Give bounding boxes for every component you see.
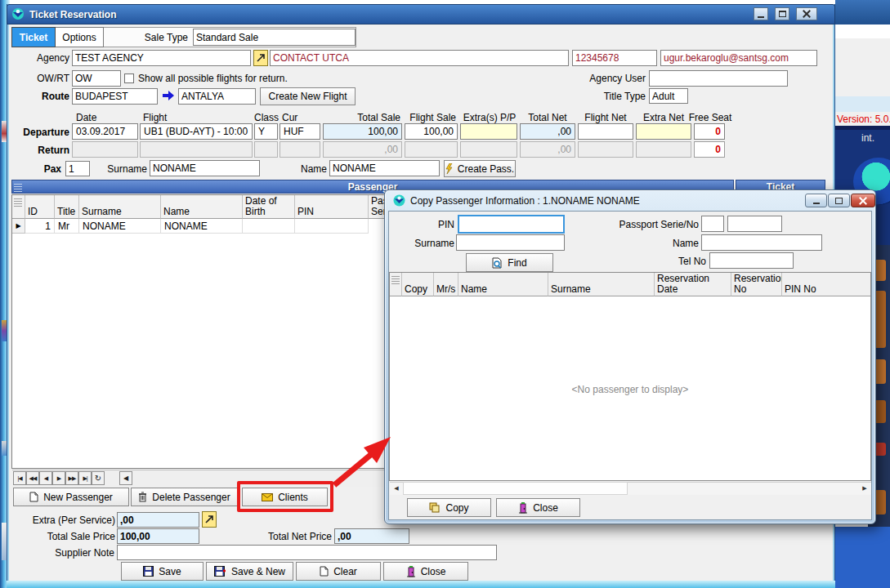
title-type-input[interactable] bbox=[649, 88, 688, 104]
agency-contact-field[interactable] bbox=[270, 50, 569, 66]
cell-pin[interactable] bbox=[295, 219, 369, 234]
header-dob[interactable]: Date of Birth bbox=[243, 195, 295, 219]
header-reservation-date[interactable]: Reservation Date bbox=[655, 273, 731, 296]
agency-input[interactable] bbox=[72, 50, 251, 66]
departure-extras-cell[interactable] bbox=[460, 123, 517, 140]
tab-options[interactable]: Options bbox=[56, 27, 104, 47]
maximize-button[interactable] bbox=[775, 7, 789, 20]
agency-code-field[interactable] bbox=[572, 50, 657, 66]
nav-prev-button[interactable]: ◀ bbox=[39, 471, 52, 485]
button-label: Close bbox=[421, 566, 446, 577]
create-new-flight-button[interactable]: Create New Flight bbox=[260, 87, 356, 105]
departure-total-sale-cell[interactable]: 100,00 bbox=[323, 123, 402, 140]
departure-flight-cell[interactable]: UB1 (BUD-AYT) - 10:00 bbox=[140, 123, 253, 140]
close-window-button[interactable]: Close bbox=[383, 562, 468, 581]
delete-passenger-button[interactable]: Delete Passenger bbox=[131, 488, 238, 506]
cell-surname[interactable]: NONAME bbox=[79, 219, 161, 234]
sale-type-input[interactable] bbox=[193, 29, 356, 46]
nav-prev-page-button[interactable]: ◀◀ bbox=[26, 471, 39, 485]
total-net-price-input[interactable] bbox=[334, 528, 409, 544]
return-row-label: Return bbox=[8, 145, 69, 156]
cell-title[interactable]: Mr bbox=[55, 219, 79, 234]
agency-lookup-button[interactable] bbox=[253, 50, 268, 66]
grip-icon[interactable] bbox=[391, 274, 400, 284]
agency-user-input[interactable] bbox=[649, 70, 788, 87]
header-name[interactable]: Name bbox=[458, 273, 548, 296]
tel-no-input[interactable] bbox=[709, 252, 794, 269]
agency-email-field[interactable] bbox=[660, 50, 817, 66]
button-label: Copy bbox=[445, 502, 468, 514]
return-flights-checkbox[interactable] bbox=[124, 74, 134, 83]
departure-flight-sale-cell[interactable]: 100,00 bbox=[405, 123, 458, 140]
tab-ticket[interactable]: Ticket bbox=[11, 27, 56, 47]
header-pin[interactable]: PIN bbox=[295, 195, 369, 219]
departure-date-cell[interactable]: 03.09.2017 bbox=[72, 123, 138, 140]
scroll-right-arrow[interactable]: ▶ bbox=[858, 482, 871, 495]
return-flight-cell bbox=[140, 141, 253, 158]
total-sale-price-input[interactable] bbox=[117, 528, 199, 544]
dialog-surname-input[interactable] bbox=[456, 234, 565, 251]
departure-flight-net-cell[interactable] bbox=[578, 123, 633, 140]
header-surname[interactable]: Surname bbox=[79, 195, 161, 219]
cell-dob[interactable] bbox=[243, 219, 295, 234]
header-surname[interactable]: Surname bbox=[548, 273, 655, 296]
dialog-close-button-bottom[interactable]: Close bbox=[496, 498, 580, 517]
minimize-button[interactable] bbox=[754, 7, 768, 20]
sale-type-label: Sale Type bbox=[123, 32, 188, 43]
header-pin-no[interactable]: PIN No bbox=[782, 273, 870, 296]
pin-input[interactable] bbox=[458, 215, 565, 234]
cell-id[interactable]: 1 bbox=[25, 219, 55, 234]
dialog-copy-button[interactable]: Copy bbox=[407, 498, 491, 517]
cell-name[interactable]: NONAME bbox=[161, 219, 243, 234]
dialog-maximize-button[interactable] bbox=[828, 194, 850, 207]
close-button[interactable] bbox=[796, 7, 817, 20]
departure-total-net-cell[interactable]: ,00 bbox=[520, 123, 575, 140]
header-name[interactable]: Name bbox=[161, 195, 243, 219]
save-icon bbox=[143, 566, 154, 577]
departure-class-cell[interactable]: Y bbox=[254, 123, 278, 140]
clear-button[interactable]: Clear bbox=[296, 562, 381, 581]
save-button[interactable]: Save bbox=[121, 562, 203, 581]
scroll-thumb[interactable] bbox=[403, 482, 628, 495]
passport-serie-input[interactable] bbox=[701, 216, 724, 232]
grip-icon[interactable] bbox=[14, 182, 22, 192]
header-mrs[interactable]: Mr/s bbox=[434, 273, 458, 296]
pax-name-input[interactable] bbox=[329, 160, 440, 176]
main-titlebar[interactable] bbox=[7, 4, 835, 24]
row-selector-cell[interactable]: ▶ bbox=[12, 219, 25, 234]
grid-scroll-left-button[interactable]: ◀ bbox=[119, 471, 132, 485]
create-pass-button[interactable]: Create Pass. bbox=[444, 160, 516, 177]
tab-label: Options bbox=[62, 32, 96, 43]
route-to-input[interactable] bbox=[178, 88, 256, 105]
dialog-close-button[interactable] bbox=[851, 194, 875, 207]
header-title[interactable]: Title bbox=[55, 195, 79, 219]
return-date-cell bbox=[72, 141, 138, 158]
pax-input[interactable] bbox=[65, 161, 90, 176]
new-passenger-button[interactable]: New Passenger bbox=[13, 488, 129, 506]
extra-per-service-input[interactable] bbox=[117, 512, 199, 528]
window-bottom-edge bbox=[7, 581, 835, 588]
save-and-new-button[interactable]: Save & New bbox=[206, 562, 293, 581]
nav-last-button[interactable]: ▶| bbox=[78, 471, 92, 485]
dialog-name-input[interactable] bbox=[701, 234, 822, 251]
nav-refresh-button[interactable]: ↻ bbox=[92, 471, 105, 485]
nav-first-button[interactable]: |◀ bbox=[13, 471, 26, 485]
find-button[interactable]: Find bbox=[466, 253, 553, 272]
grip-icon[interactable] bbox=[14, 197, 22, 207]
supplier-note-input[interactable] bbox=[117, 545, 497, 560]
header-copy[interactable]: Copy bbox=[402, 273, 434, 296]
owrt-input[interactable] bbox=[72, 70, 121, 87]
passport-no-input[interactable] bbox=[727, 216, 782, 232]
pax-surname-input[interactable] bbox=[150, 160, 260, 176]
maximize-icon bbox=[779, 11, 786, 17]
dialog-minimize-button[interactable] bbox=[805, 194, 827, 207]
departure-extra-net-cell[interactable] bbox=[636, 123, 691, 140]
header-id[interactable]: ID bbox=[25, 195, 55, 219]
route-from-input[interactable] bbox=[72, 88, 158, 105]
header-reservation-no[interactable]: Reservation No bbox=[731, 273, 782, 296]
save-new-icon bbox=[214, 566, 226, 577]
extra-lookup-button[interactable] bbox=[202, 511, 217, 528]
nav-next-page-button[interactable]: ▶▶ bbox=[65, 471, 78, 485]
departure-cur-cell[interactable]: HUF bbox=[280, 123, 320, 140]
nav-next-button[interactable]: ▶ bbox=[52, 471, 65, 485]
